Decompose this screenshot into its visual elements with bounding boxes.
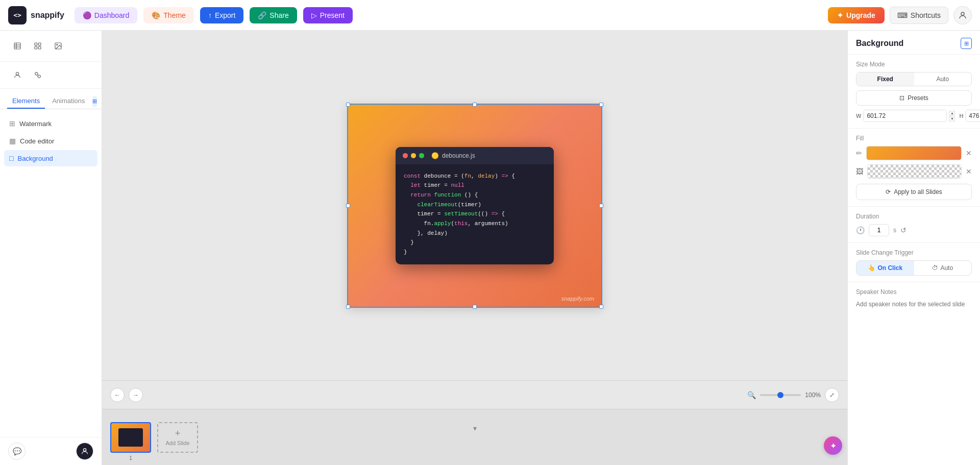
duration-unit: s <box>893 227 896 234</box>
presets-button[interactable]: ⊡ Presets <box>856 90 972 106</box>
resize-handle-bm[interactable] <box>473 305 477 309</box>
image-icon-btn[interactable] <box>49 37 67 55</box>
sparkle-icon: ✦ <box>830 441 837 451</box>
present-button[interactable]: ▷ Present <box>303 7 353 23</box>
tab-grid-icon[interactable]: ⊞ <box>92 96 97 107</box>
export-icon: ↑ <box>208 11 212 19</box>
sidebar-item-label-watermark: Watermark <box>19 120 52 128</box>
sidebar-item-watermark[interactable]: ⊞ Watermark <box>4 115 97 132</box>
height-input[interactable] <box>965 110 980 122</box>
user-icon-btn[interactable] <box>8 66 27 84</box>
main-layout: Elements Animations ⊞ ⊞ Watermark ▦ Code… <box>0 31 980 465</box>
duration-input[interactable] <box>869 224 889 236</box>
fill-image-swatch[interactable] <box>867 164 962 179</box>
auto-mode-button[interactable]: Auto <box>914 72 972 86</box>
fill-label: Fill <box>856 135 972 142</box>
add-slide-button[interactable]: + Add Slide <box>157 422 198 453</box>
user-avatar-button[interactable] <box>953 6 972 25</box>
trigger-toggle: 👆 On Click ⏱ Auto <box>856 260 972 276</box>
sidebar-item-label-code: Code editor <box>20 137 54 145</box>
present-label: Present <box>320 11 345 19</box>
profile-button[interactable] <box>76 443 93 460</box>
width-label: W <box>856 113 861 119</box>
svg-rect-5 <box>35 43 37 45</box>
slide-thumbnail-1[interactable]: 1 <box>110 422 151 453</box>
sidebar-icon-row2 <box>0 62 102 89</box>
fixed-mode-button[interactable]: Fixed <box>856 72 914 86</box>
width-down[interactable]: ▼ <box>949 116 955 121</box>
chat-button[interactable]: 💬 <box>8 443 26 460</box>
share-button[interactable]: 🔗 Share <box>250 7 297 23</box>
export-button[interactable]: ↑ Export <box>200 7 243 23</box>
height-field: H ▲ ▼ <box>959 110 980 122</box>
background-icon: □ <box>9 154 13 162</box>
svg-point-10 <box>57 44 58 45</box>
resize-handle-lm[interactable] <box>346 204 350 208</box>
svg-rect-1 <box>14 43 20 49</box>
clear-fill-icon[interactable]: ✕ <box>966 149 972 157</box>
panel-grid-icon[interactable]: ⊞ <box>961 38 972 49</box>
on-click-trigger-button[interactable]: 👆 On Click <box>856 261 914 275</box>
frame-icon-btn[interactable] <box>29 37 47 55</box>
thumbnail-image-1 <box>110 422 151 453</box>
code-icon: ▦ <box>9 137 16 145</box>
reset-icon[interactable]: ↺ <box>900 226 906 234</box>
svg-rect-6 <box>38 43 41 45</box>
panel-title: Background <box>856 39 903 48</box>
components-icon-btn[interactable] <box>29 66 47 84</box>
auto-icon: ⏱ <box>932 264 938 272</box>
pen-icon[interactable]: ✏ <box>856 149 862 157</box>
tab-animations[interactable]: Animations <box>47 94 90 109</box>
canvas-nav-arrows: ← → <box>110 388 143 402</box>
theme-button[interactable]: 🎨 Theme <box>143 7 194 23</box>
auto-label: Auto <box>940 264 953 272</box>
svg-point-11 <box>16 72 18 75</box>
resize-handle-br[interactable] <box>599 305 603 309</box>
speaker-notes-textarea[interactable] <box>856 300 972 361</box>
resize-handle-rm[interactable] <box>599 204 603 208</box>
dashboard-button[interactable]: 🟣 Dashboard <box>75 7 138 23</box>
width-input[interactable] <box>863 110 947 122</box>
auto-trigger-button[interactable]: ⏱ Auto <box>914 261 972 275</box>
image-icon[interactable]: 🖼 <box>856 167 863 176</box>
clear-image-icon[interactable]: ✕ <box>966 167 972 176</box>
canvas-bottom-bar: ← → 🔍 100% ⤢ <box>102 380 847 409</box>
chevron-down-icon[interactable]: ▾ <box>469 422 481 434</box>
duration-label: Duration <box>856 213 972 220</box>
code-line-1: const debounce = (fn, delay) => { <box>404 171 546 181</box>
tab-elements[interactable]: Elements <box>7 94 45 109</box>
apply-all-label: Apply to all Slides <box>894 188 942 195</box>
theme-icon: 🎨 <box>152 11 160 19</box>
width-field: W ▲ ▼ <box>856 110 955 122</box>
apply-all-slides-button[interactable]: ⟳ Apply to all Slides <box>856 184 972 200</box>
ai-assistant-button[interactable]: ✦ <box>824 436 842 455</box>
resize-handle-tm[interactable] <box>473 103 477 107</box>
width-up[interactable]: ▲ <box>949 111 955 116</box>
resize-handle-tl[interactable] <box>346 103 350 107</box>
presets-label: Presets <box>908 94 928 102</box>
shortcuts-label: Shortcuts <box>911 11 941 19</box>
expand-button[interactable]: ⤢ <box>825 388 839 402</box>
prev-arrow[interactable]: ← <box>110 388 125 402</box>
svg-point-14 <box>83 449 86 451</box>
add-slide-label: Add Slide <box>165 440 189 446</box>
sidebar-item-code-editor[interactable]: ▦ Code editor <box>4 133 97 149</box>
code-line-9: } <box>404 248 546 257</box>
canvas-main[interactable]: 🟡 debounce.js const debounce = (fn, dela… <box>102 31 847 380</box>
table-icon-btn[interactable] <box>8 37 27 55</box>
upgrade-button[interactable]: ✦ Upgrade <box>828 7 885 23</box>
width-stepper[interactable]: ▲ ▼ <box>949 111 955 121</box>
fill-color-swatch[interactable] <box>866 146 962 160</box>
resize-handle-bl[interactable] <box>346 305 350 309</box>
next-arrow[interactable]: → <box>129 388 143 402</box>
slide-canvas[interactable]: 🟡 debounce.js const debounce = (fn, dela… <box>347 104 602 308</box>
resize-handle-tr[interactable] <box>599 103 603 107</box>
svg-point-12 <box>35 72 38 75</box>
shortcuts-button[interactable]: ⌨ Shortcuts <box>890 7 948 24</box>
zoom-thumb <box>777 392 783 398</box>
zoom-slider[interactable] <box>760 394 801 396</box>
height-label: H <box>959 113 963 119</box>
sidebar-item-background[interactable]: □ Background <box>4 150 97 166</box>
right-panel-header: Background ⊞ <box>848 31 980 55</box>
zoom-out-icon[interactable]: 🔍 <box>747 391 756 399</box>
